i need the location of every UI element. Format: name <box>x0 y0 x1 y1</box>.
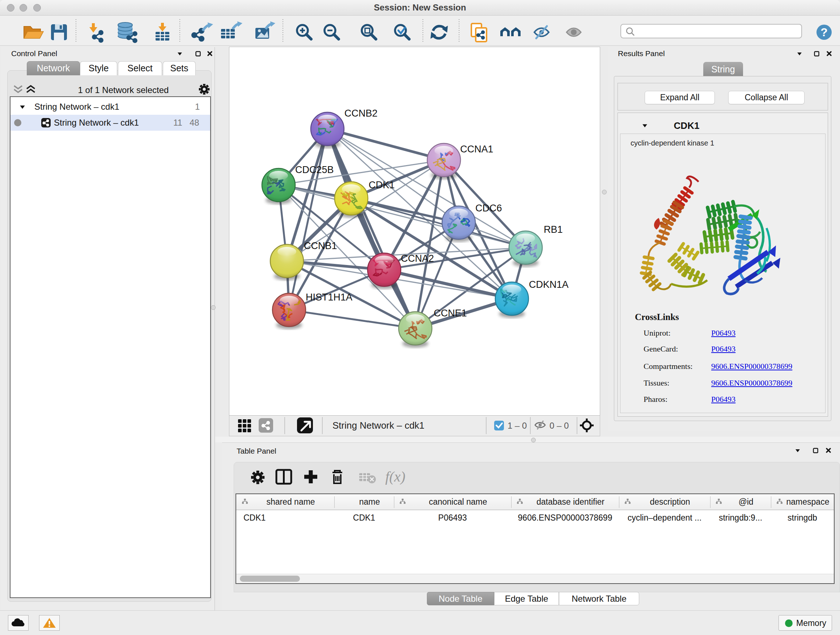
svg-text:RB1: RB1 <box>544 224 563 235</box>
svg-text:CDC25B: CDC25B <box>295 165 334 175</box>
svg-text:CCNA1: CCNA1 <box>460 144 493 155</box>
svg-text:CDC6: CDC6 <box>475 203 502 214</box>
svg-text:CDK1: CDK1 <box>369 180 395 190</box>
svg-text:String Network – cdk1: String Network – cdk1 <box>332 420 424 431</box>
svg-text:1 – 0: 1 – 0 <box>508 421 527 431</box>
svg-text:HIST1H1A: HIST1H1A <box>306 292 352 302</box>
svg-text:CCNB1: CCNB1 <box>304 241 337 251</box>
svg-text:f(x): f(x) <box>385 469 406 485</box>
svg-text:CCNB2: CCNB2 <box>344 108 378 119</box>
svg-text:CCNE1: CCNE1 <box>434 308 467 318</box>
svg-text:CCNA2: CCNA2 <box>401 253 434 264</box>
svg-text:CDKN1A: CDKN1A <box>529 279 569 290</box>
svg-text:?: ? <box>821 26 828 39</box>
svg-text:0 – 0: 0 – 0 <box>549 421 569 431</box>
